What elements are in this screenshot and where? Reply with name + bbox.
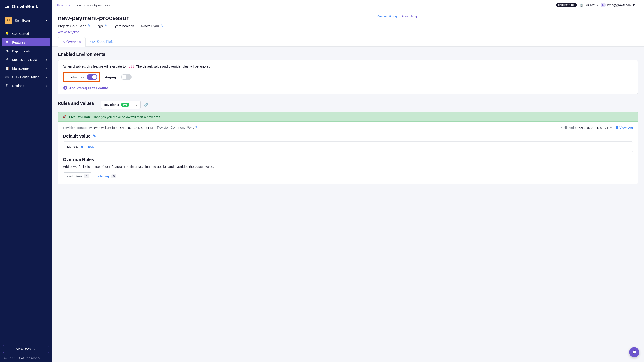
add-description-link[interactable]: Add description — [58, 30, 79, 34]
app-name: GrowthBook — [12, 4, 38, 9]
chevron-right-icon: › — [72, 3, 73, 7]
view-docs-button[interactable]: View Docs → — [3, 345, 49, 353]
database-icon: 🗄 — [5, 58, 9, 62]
chevron-right-icon: › — [46, 75, 47, 79]
rocket-icon: 🚀 — [62, 115, 66, 119]
nav-settings[interactable]: ⚙ Settings › — [2, 81, 50, 90]
clipboard-icon: 📋 — [5, 66, 9, 70]
arrow-right-icon: → — [32, 347, 36, 351]
list-icon: ☰ — [616, 126, 618, 129]
revision-selector[interactable]: Revision 1 live ⌄ — [101, 100, 140, 109]
override-rules-desc: Add powerful logic on top of your featur… — [63, 165, 633, 168]
feature-tabs: ⌂ Overview </> Code Refs — [58, 37, 638, 46]
nav-get-started[interactable]: 💡 Get Started — [2, 29, 50, 38]
override-rules-title: Override Rules — [63, 157, 633, 162]
user-email: ryan@growthbook.io — [607, 3, 636, 7]
app-logo[interactable]: GrowthBook — [0, 0, 52, 13]
revision-label: Revision 1 — [104, 103, 119, 106]
rules-values-title: Rules and Values — [58, 101, 94, 106]
plus-icon: + — [64, 86, 67, 90]
revision-comment-info: Revision Comment: None ✎ — [157, 126, 198, 130]
nav-metrics-data[interactable]: 🗄 Metrics and Data › — [2, 56, 50, 64]
project-badge: SB — [5, 16, 12, 24]
add-prerequisite-button[interactable]: + Add Prerequisite Feature — [64, 86, 632, 90]
breadcrumb: Features › new-payment-processor — [57, 3, 111, 7]
tab-label: production — [66, 174, 82, 178]
edit-tags-icon[interactable]: ✎ — [105, 24, 108, 28]
override-tab-production[interactable]: production 0 — [63, 172, 92, 180]
permalink-button[interactable]: 🔗 — [144, 103, 148, 106]
override-tab-staging[interactable]: staging 0 — [96, 172, 119, 180]
tab-overview[interactable]: ⌂ Overview — [58, 37, 86, 46]
org-selector[interactable]: 🏢 GB Test ▾ — [580, 3, 598, 7]
project-name: Split Bean — [15, 18, 43, 22]
meta-project: Project: Split Bean ✎ — [58, 24, 90, 28]
production-label: production: — [66, 75, 85, 79]
growthbook-icon — [4, 4, 10, 9]
revision-created-info: Revision created by Ryan william fe on O… — [63, 126, 153, 130]
live-revision-banner: 🚀 Live Revision Changes you make below w… — [58, 112, 638, 122]
page-header: new-payment-processor Project: Split Bea… — [52, 10, 644, 46]
meta-owner: Owner: Ryan ✎ — [139, 24, 163, 28]
chat-icon: 💬 — [632, 350, 636, 354]
gear-icon: ⚙ — [5, 84, 9, 88]
view-audit-log-link[interactable]: View Audit Log — [377, 15, 397, 18]
code-icon: </> — [90, 40, 95, 44]
tab-code-refs[interactable]: </> Code Refs — [86, 37, 118, 46]
nav-label: Experiments — [12, 49, 30, 53]
nav-management[interactable]: 📋 Management › — [2, 64, 50, 72]
user-avatar: R — [601, 2, 606, 8]
tab-label: staging — [98, 174, 109, 178]
nav-label: Metrics and Data — [12, 58, 37, 62]
watching-toggle[interactable]: 👁 watching — [401, 15, 417, 18]
view-log-link[interactable]: ☰ View Log — [616, 126, 633, 130]
production-toggle-highlight: production: — [64, 72, 100, 82]
enabled-env-card: When disabled, this feature will evaluat… — [58, 60, 638, 94]
nav-label: SDK Configuration — [12, 75, 39, 79]
edit-owner-icon[interactable]: ✎ — [160, 24, 163, 28]
page-title: new-payment-processor — [58, 15, 163, 22]
chevron-right-icon: › — [46, 84, 47, 88]
default-value-box: SERVE TRUE — [63, 141, 633, 152]
nav-label: Settings — [12, 84, 24, 88]
user-menu[interactable]: R ryan@growthbook.io ▾ — [601, 2, 639, 8]
build-info: Build: 3.2.0+fd6346c (2024-10-17) — [0, 356, 52, 362]
staging-label: staging: — [104, 75, 117, 79]
edit-comment-icon[interactable]: ✎ — [195, 126, 198, 129]
chevron-right-icon: › — [46, 66, 47, 70]
chevron-down-icon: ⌄ — [135, 103, 138, 106]
add-prereq-label: Add Prerequisite Feature — [69, 86, 108, 90]
tab-label: Overview — [66, 40, 81, 44]
building-icon: 🏢 — [580, 3, 583, 7]
project-selector[interactable]: SB Split Bean ▾ — [2, 15, 49, 26]
view-docs-label: View Docs — [16, 347, 31, 351]
count-badge: 0 — [111, 174, 116, 178]
chat-fab-button[interactable]: 💬 — [629, 347, 639, 357]
code-icon: </> — [5, 75, 9, 79]
production-toggle[interactable] — [87, 74, 97, 80]
value-dot-icon — [81, 146, 83, 148]
org-name: GB Test — [584, 3, 596, 7]
eye-icon: 👁 — [401, 15, 404, 18]
staging-toggle[interactable] — [121, 74, 132, 80]
main-nav: 💡 Get Started ⚑ Features ⚗ Experiments 🗄… — [0, 28, 52, 342]
edit-project-icon[interactable]: ✎ — [88, 24, 90, 28]
breadcrumb-features-link[interactable]: Features — [57, 3, 70, 7]
nav-label: Get Started — [12, 32, 29, 36]
serve-label: SERVE — [67, 145, 78, 148]
flag-icon: ⚑ — [5, 40, 9, 44]
nav-experiments[interactable]: ⚗ Experiments — [2, 47, 50, 55]
tab-label: Code Refs — [97, 40, 114, 44]
nav-features[interactable]: ⚑ Features — [2, 38, 50, 46]
default-value-title: Default Value — [63, 134, 90, 139]
nav-label: Features — [12, 40, 25, 44]
nav-sdk-config[interactable]: </> SDK Configuration › — [2, 73, 50, 81]
env-description: When disabled, this feature will evaluat… — [64, 64, 632, 68]
breadcrumb-current: new-payment-processor — [76, 3, 111, 7]
chevron-right-icon: › — [46, 58, 47, 62]
revision-card: Revision created by Ryan william fe on O… — [58, 122, 638, 184]
banner-desc: Changes you make below will start a new … — [93, 115, 160, 119]
chevron-down-icon: ▾ — [46, 18, 47, 22]
more-options-button[interactable]: ⋮ — [630, 15, 638, 20]
edit-default-value-icon[interactable]: ✎ — [93, 134, 96, 139]
